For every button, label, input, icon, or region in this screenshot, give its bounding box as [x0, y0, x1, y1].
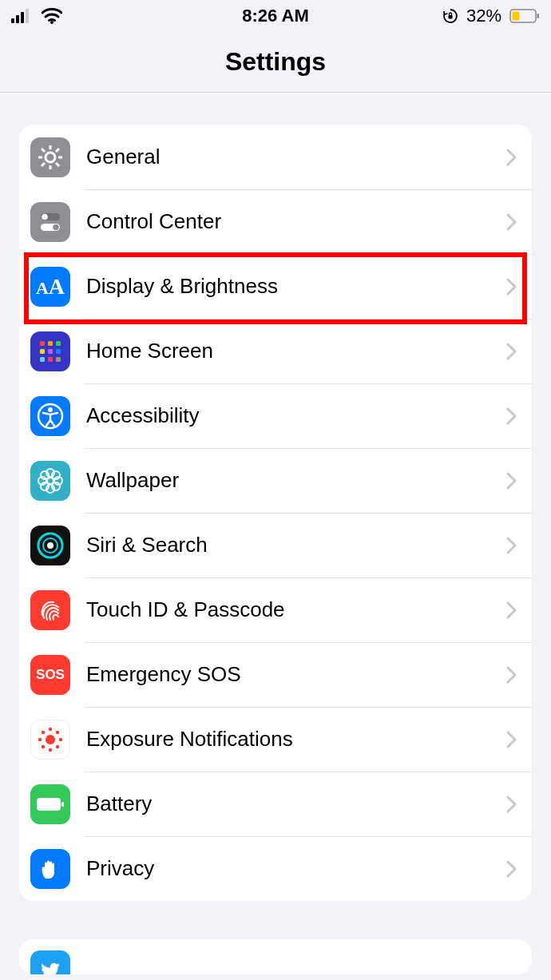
row-label: Accessibility [86, 403, 506, 428]
gear-icon [30, 137, 70, 177]
svg-rect-23 [48, 341, 53, 346]
svg-point-52 [42, 744, 45, 748]
svg-point-32 [48, 407, 53, 412]
row-general[interactable]: General [19, 125, 532, 189]
flower-icon [30, 461, 70, 501]
row-label: General [86, 145, 506, 169]
svg-point-51 [56, 730, 59, 733]
cellular-icon [11, 9, 34, 23]
row-label: Display & Brightness [86, 274, 506, 299]
orientation-lock-icon [442, 8, 458, 24]
home-grid-icon [30, 331, 70, 371]
svg-rect-54 [37, 798, 61, 811]
page-title: Settings [225, 47, 326, 77]
svg-point-46 [49, 727, 52, 730]
row-touchid-passcode[interactable]: Touch ID & Passcode [19, 577, 532, 642]
battery-full-icon [30, 784, 70, 824]
svg-point-44 [47, 542, 54, 549]
row-label: Control Center [86, 209, 506, 234]
svg-line-15 [56, 163, 59, 166]
text-size-icon: AA [30, 267, 70, 307]
svg-line-16 [42, 163, 45, 166]
svg-rect-0 [11, 18, 14, 23]
row-label: Exposure Notifications [86, 727, 506, 752]
toggles-icon [30, 202, 70, 242]
chevron-right-icon [506, 343, 517, 360]
row-label: Emergency SOS [86, 662, 506, 687]
row-home-screen[interactable]: Home Screen [19, 319, 532, 383]
svg-point-45 [46, 735, 55, 744]
row-privacy[interactable]: Privacy [19, 836, 532, 901]
svg-rect-26 [48, 349, 53, 354]
row-label: Wallpaper [86, 468, 506, 493]
chevron-right-icon [506, 796, 517, 813]
row-label: Privacy [86, 856, 506, 881]
svg-point-48 [38, 737, 42, 740]
app-icon [30, 950, 70, 974]
svg-rect-5 [448, 15, 452, 19]
chevron-right-icon [506, 731, 517, 748]
chevron-right-icon [506, 213, 517, 231]
svg-line-14 [42, 149, 45, 152]
svg-rect-22 [40, 341, 45, 346]
svg-rect-1 [16, 15, 19, 23]
chevron-right-icon [506, 537, 517, 554]
row-accessibility[interactable]: Accessibility [19, 383, 532, 448]
chevron-right-icon [506, 472, 517, 490]
svg-point-53 [56, 744, 59, 748]
chevron-right-icon [506, 407, 517, 425]
row-app-peek[interactable] [19, 939, 532, 974]
svg-point-4 [50, 21, 54, 24]
settings-group-next [19, 939, 532, 974]
svg-rect-3 [26, 9, 29, 23]
row-control-center[interactable]: Control Center [19, 189, 532, 254]
row-label: Touch ID & Passcode [86, 597, 506, 622]
svg-rect-55 [61, 802, 64, 807]
row-emergency-sos[interactable]: SOS Emergency SOS [19, 642, 532, 707]
svg-rect-25 [40, 349, 45, 354]
row-exposure-notifications[interactable]: Exposure Notifications [19, 707, 532, 772]
svg-rect-7 [513, 12, 520, 21]
svg-line-17 [56, 149, 59, 152]
chevron-right-icon [506, 860, 517, 878]
settings-group: General Control Center AA [19, 125, 532, 901]
status-bar: 8:26 AM 32% [0, 0, 551, 32]
row-label: Battery [86, 792, 506, 816]
svg-rect-28 [40, 357, 45, 362]
svg-point-9 [46, 153, 55, 162]
row-wallpaper[interactable]: Wallpaper [19, 448, 532, 513]
accessibility-icon [30, 396, 70, 436]
siri-icon [30, 526, 70, 565]
svg-point-21 [53, 224, 59, 230]
svg-point-47 [49, 748, 52, 751]
chevron-right-icon [506, 149, 517, 166]
row-siri-search[interactable]: Siri & Search [19, 513, 532, 577]
row-display-brightness[interactable]: AA Display & Brightness [19, 254, 532, 319]
battery-percent: 32% [466, 6, 501, 26]
chevron-right-icon [506, 666, 517, 684]
chevron-right-icon [506, 278, 517, 296]
wifi-icon [42, 8, 62, 24]
svg-point-50 [42, 730, 45, 733]
svg-rect-24 [56, 341, 61, 346]
row-battery[interactable]: Battery [19, 772, 532, 836]
svg-rect-27 [56, 349, 61, 354]
svg-rect-2 [21, 12, 24, 23]
svg-rect-30 [56, 357, 61, 362]
fingerprint-icon [30, 590, 70, 630]
battery-icon [509, 9, 540, 23]
row-label: Home Screen [86, 339, 506, 363]
svg-point-19 [42, 213, 48, 220]
row-label: Siri & Search [86, 533, 506, 557]
exposure-icon [30, 720, 70, 760]
sos-icon: SOS [30, 655, 70, 695]
svg-rect-29 [48, 357, 53, 362]
nav-bar: Settings [0, 32, 551, 93]
hand-icon [30, 849, 70, 889]
chevron-right-icon [506, 601, 517, 619]
svg-rect-8 [537, 14, 540, 18]
svg-point-49 [59, 737, 62, 740]
